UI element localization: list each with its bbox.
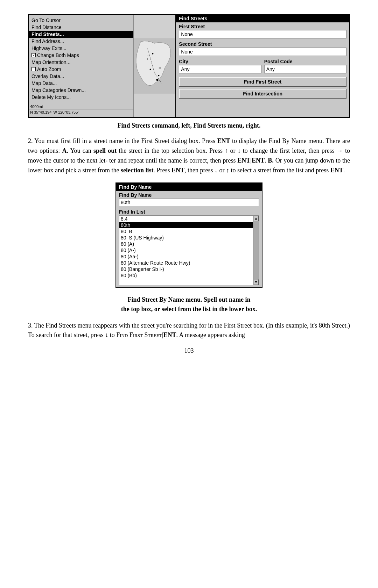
city-postal-row: City Any Postal Code Any (176, 57, 349, 75)
top-figure-caption: Find Streets command, left, Find Streets… (28, 122, 350, 129)
menu-item-change-both-maps[interactable]: Change Both Maps (29, 52, 133, 59)
svg-text:s: s (147, 58, 148, 60)
menu-item-find-distance[interactable]: Find Distance (29, 24, 133, 31)
fbn-list-item[interactable]: 80 (A-) (119, 247, 259, 253)
postal-col: Postal Code Any (264, 57, 346, 75)
first-street-input[interactable]: None (179, 30, 346, 38)
menu-item-find-address[interactable]: Find Address... (29, 38, 133, 45)
left-panel: Go To Cursor Find Distance Find Streets.… (29, 15, 176, 117)
fbn-list-item-selected[interactable]: 80th (119, 222, 259, 228)
second-figure: Find By Name Find By Name 80th Find In L… (28, 182, 350, 288)
checkbox-auto-zoom (31, 67, 36, 71)
right-panel: Find Streets First Street None Second St… (176, 15, 349, 117)
fbn-section-label: Find By Name (116, 191, 262, 199)
find-intersection-button[interactable]: Find Intersection (179, 89, 346, 99)
fbn-title: Find By Name (116, 183, 262, 191)
postal-code-input[interactable]: Any (264, 65, 346, 73)
form-title: Find Streets (176, 15, 349, 22)
page-number: 103 (28, 347, 350, 354)
postal-code-label: Postal Code (264, 57, 346, 65)
menu-item-auto-zoom[interactable]: Auto Zoom (29, 66, 133, 73)
fbn-find-in-list-label: Find In List (116, 208, 262, 215)
left-panel-inner: Go To Cursor Find Distance Find Streets.… (29, 15, 175, 117)
menu-item-delete-icons[interactable]: Delete My Icons... (29, 94, 133, 101)
map-svg: d s co (134, 15, 175, 117)
menu-item-map-categories[interactable]: Map Categories Drawn... (29, 87, 133, 94)
checkbox-change-both-maps (31, 53, 36, 57)
map-thumbnail: d s co (133, 15, 175, 117)
find-by-name-panel: Find By Name Find By Name 80th Find In L… (115, 182, 262, 288)
svg-text:d: d (147, 54, 148, 57)
fbn-list-item[interactable]: 80 (Bangerter Sb I-) (119, 266, 259, 272)
menu-item-map-orientation[interactable]: Map Orientation... (29, 59, 133, 66)
svg-point-5 (156, 79, 159, 81)
fbn-list-container: 8.4 80th 80 B 80 S (US Highway) 80 (A) 8… (119, 215, 259, 285)
svg-point-4 (150, 69, 151, 70)
city-col: City Any (179, 57, 261, 75)
city-label: City (179, 57, 261, 65)
fbn-name-input[interactable]: 80th (119, 199, 259, 206)
map-coords: N 35°40.194' W 120°03.755' (29, 109, 133, 115)
svg-point-6 (158, 75, 160, 76)
menu-item-find-streets[interactable]: Find Streets... (29, 31, 133, 38)
menu-list: Go To Cursor Find Distance Find Streets.… (29, 15, 133, 117)
menu-item-overlay-data[interactable]: Overlay Data... (29, 73, 133, 80)
second-street-input[interactable]: None (179, 48, 346, 56)
first-street-label: First Street (176, 22, 349, 30)
menu-item-map-data[interactable]: Map Data... (29, 80, 133, 87)
top-figure: Go To Cursor Find Distance Find Streets.… (28, 14, 350, 118)
menu-item-go-to-cursor[interactable]: Go To Cursor (29, 17, 133, 24)
fbn-list-item[interactable]: 80 (Alternate Route Route Hwy) (119, 260, 259, 266)
fbn-list-item[interactable]: 80 (A) (119, 241, 259, 247)
fbn-list-item[interactable]: 8.4 (119, 216, 259, 222)
paragraph-2: 3. The Find Streets menu reappears with … (28, 321, 350, 340)
fbn-scrollbar[interactable]: ▲ ▼ (253, 216, 259, 285)
paragraph-1: 2. You must first fill in a street name … (28, 136, 350, 175)
map-scale-label: 4000mi (29, 103, 133, 109)
city-input[interactable]: Any (179, 65, 261, 73)
second-figure-caption: Find Street By Name menu. Spell out name… (28, 295, 350, 314)
scroll-up-button[interactable]: ▲ (254, 216, 259, 221)
second-street-label: Second Street (176, 40, 349, 48)
find-first-street-button[interactable]: Find First Street (179, 77, 346, 87)
svg-point-3 (152, 53, 154, 55)
menu-item-highway-exits[interactable]: Highway Exits... (29, 45, 133, 52)
fbn-list-item[interactable]: 80 (Aa-) (119, 253, 259, 260)
fbn-list-item[interactable]: 80 B (119, 228, 259, 235)
scroll-down-button[interactable]: ▼ (254, 279, 259, 285)
fbn-list-item[interactable]: 80 (Bb) (119, 272, 259, 279)
fbn-list-item[interactable]: 80 S (US Highway) (119, 235, 259, 241)
svg-text:co: co (159, 67, 161, 69)
